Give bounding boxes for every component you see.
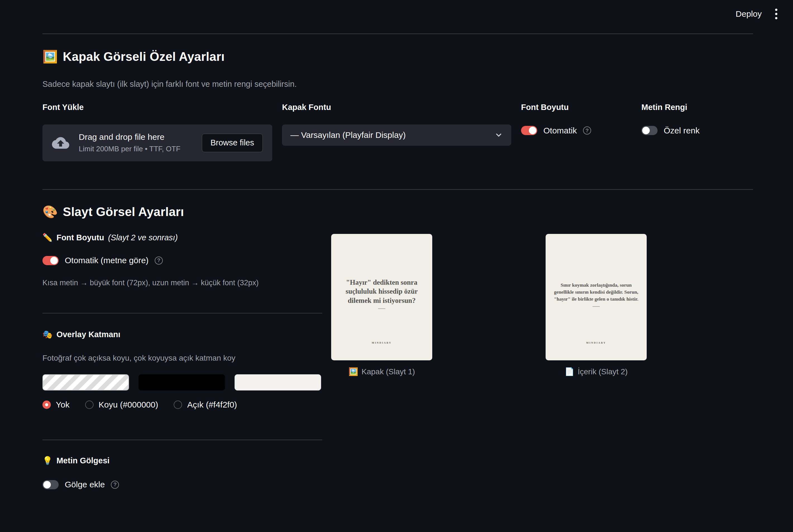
overlay-title: 🎭 Overlay Katmanı (42, 330, 322, 339)
auto-font-toggle-label: Otomatik (metne göre) (65, 256, 149, 265)
slide-font-size-label-italic: (Slayt 2 ve sonrası) (108, 233, 178, 242)
overlay-subtitle: Fotoğraf çok açıksa koyu, çok koyuysa aç… (42, 354, 322, 363)
slide-preview-2: Sınır koymak zorlaştığında, sorun genell… (546, 234, 647, 376)
auto-font-caption: Kısa metin → büyük font (72px), uzun met… (42, 279, 322, 287)
slide-text-divider (378, 308, 385, 309)
slide-card-text: Sınır koymak zorlaştığında, sorun genell… (546, 282, 647, 307)
kebab-menu-icon[interactable] (772, 6, 780, 22)
kapak-fontu-label: Kapak Fontu (282, 103, 511, 112)
help-icon[interactable]: ? (111, 481, 119, 489)
slide-brand: MINDIARY (331, 341, 432, 344)
slide-previews: "Hayır" dedikten sonra suçlululuk hissed… (331, 234, 647, 376)
slayt-settings-row: ✏️ Font Boyutu (Slayt 2 ve sonrası) Otom… (42, 233, 753, 489)
slide-font-size-label-bold: Font Boyutu (56, 233, 104, 242)
app-page: Deploy 🖼️ Kapak Görseli Özel Ayarları Sa… (0, 0, 793, 532)
section-slayt-title-text: Slayt Görsel Ayarları (63, 205, 184, 219)
radio-selected-icon[interactable] (42, 401, 51, 409)
top-toolbar: Deploy (0, 0, 793, 28)
shadow-toggle-row: Gölge ekle ? (42, 480, 322, 489)
dropzone-texts: Drag and drop file here Limit 200MB per … (79, 132, 181, 153)
slide-text-divider (592, 306, 600, 307)
font-upload-label: Font Yükle (42, 103, 272, 112)
font-boyutu-column: Font Boyutu Otomatik ? (521, 103, 631, 135)
auto-font-toggle[interactable] (42, 256, 59, 265)
shadow-toggle[interactable] (42, 480, 59, 489)
help-icon[interactable]: ? (155, 256, 163, 265)
slide-card-content: Sınır koymak zorlaştığında, sorun genell… (546, 234, 647, 360)
slide-text: "Hayır" dedikten sonra suçlululuk hissed… (346, 279, 418, 304)
font-upload-dropzone[interactable]: Drag and drop file here Limit 200MB per … (42, 125, 272, 162)
font-boyutu-label: Font Boyutu (521, 103, 631, 112)
section-kapak-title: 🖼️ Kapak Görseli Özel Ayarları (42, 50, 753, 64)
dropzone-title: Drag and drop file here (79, 132, 181, 142)
slide-card-cover: "Hayır" dedikten sonra suçlululuk hissed… (331, 234, 432, 360)
shadow-toggle-label: Gölge ekle (65, 480, 105, 489)
font-boyutu-toggle-label: Otomatik (543, 126, 577, 135)
overlay-title-text: Overlay Katmanı (56, 330, 120, 339)
slide-caption-text: İçerik (Slayt 2) (578, 367, 628, 376)
slide-brand: MINDIARY (546, 341, 647, 344)
left-divider-1 (42, 313, 322, 314)
left-divider-2 (42, 440, 322, 440)
radio-option-yok[interactable]: Yok (42, 400, 70, 410)
metin-rengi-label: Metin Rengi (641, 103, 753, 112)
overlay-swatches (42, 374, 322, 391)
overlay-swatch-light (234, 374, 321, 391)
main-content: 🖼️ Kapak Görseli Özel Ayarları Sadece ka… (42, 34, 753, 489)
kapak-fontu-column: Kapak Fontu — Varsayılan (Playfair Displ… (282, 103, 511, 146)
slide-preview-1: "Hayır" dedikten sonra suçlululuk hissed… (331, 234, 432, 376)
kapak-fontu-select[interactable]: — Varsayılan (Playfair Display) (282, 125, 511, 146)
metin-rengi-toggle[interactable] (641, 126, 658, 135)
slide-card-text: "Hayır" dedikten sonra suçlululuk hissed… (331, 278, 432, 309)
font-boyutu-toggle[interactable] (521, 126, 537, 135)
cloud-upload-icon (52, 134, 69, 152)
overlay-radio-group: Yok Koyu (#000000) Açık (#f4f2f0) (42, 400, 322, 410)
framed-picture-icon: 🖼️ (42, 50, 58, 64)
section-kapak-title-text: Kapak Görseli Özel Ayarları (63, 50, 225, 64)
section-divider (42, 189, 753, 190)
slayt-settings-column: ✏️ Font Boyutu (Slayt 2 ve sonrası) Otom… (42, 233, 322, 489)
pencil-icon: ✏️ (42, 233, 53, 242)
chevron-down-icon (494, 131, 503, 139)
metin-rengi-column: Metin Rengi Özel renk (641, 103, 753, 135)
palette-icon: 🎨 (42, 205, 58, 219)
metin-rengi-toggle-row: Özel renk (641, 126, 753, 135)
slide-text: Sınır koymak zorlaştığında, sorun genell… (554, 282, 638, 302)
document-icon: 📄 (565, 367, 574, 376)
kapak-fontu-selected-value: — Varsayılan (Playfair Display) (290, 130, 406, 140)
radio-label: Koyu (#000000) (98, 400, 158, 410)
slide-caption-1: 🖼️ Kapak (Slayt 1) (331, 367, 432, 376)
framed-picture-icon: 🖼️ (348, 367, 358, 376)
text-shadow-title-text: Metin Gölgesi (56, 456, 110, 465)
lightbulb-icon: 💡 (42, 456, 53, 465)
radio-unselected-icon[interactable] (174, 401, 182, 409)
radio-option-koyu[interactable]: Koyu (#000000) (85, 400, 158, 410)
slide-caption-2: 📄 İçerik (Slayt 2) (546, 367, 647, 376)
overlay-swatch-dark (138, 374, 225, 391)
radio-unselected-icon[interactable] (85, 401, 94, 409)
kapak-widgets-row: Font Yükle Drag and drop file here Limit… (42, 103, 753, 162)
dropzone-limit: Limit 200MB per file • TTF, OTF (79, 145, 181, 153)
font-upload-column: Font Yükle Drag and drop file here Limit… (42, 103, 272, 162)
section-slayt-gorsel: 🎨 Slayt Görsel Ayarları ✏️ Font Boyutu (… (42, 205, 753, 490)
help-icon[interactable]: ? (583, 127, 591, 135)
auto-font-toggle-row: Otomatik (metne göre) ? (42, 256, 322, 265)
overlay-swatch-none (42, 374, 129, 391)
browse-files-button[interactable]: Browse files (202, 134, 263, 152)
slide-font-size-label: ✏️ Font Boyutu (Slayt 2 ve sonrası) (42, 233, 322, 242)
metin-rengi-toggle-label: Özel renk (664, 126, 699, 135)
section-slayt-title: 🎨 Slayt Görsel Ayarları (42, 205, 753, 219)
section-kapak-gorseli: 🖼️ Kapak Görseli Özel Ayarları Sadece ka… (42, 50, 753, 190)
masks-icon: 🎭 (42, 330, 53, 339)
section-kapak-subtitle: Sadece kapak slaytı (ilk slayt) için far… (42, 79, 753, 89)
text-shadow-title: 💡 Metin Gölgesi (42, 456, 322, 465)
top-divider (42, 34, 753, 34)
radio-label: Yok (56, 400, 70, 410)
radio-label: Açık (#f4f2f0) (187, 400, 237, 410)
font-boyutu-toggle-row: Otomatik ? (521, 126, 631, 135)
radio-option-acik[interactable]: Açık (#f4f2f0) (174, 400, 237, 410)
slide-caption-text: Kapak (Slayt 1) (362, 367, 415, 376)
deploy-button[interactable]: Deploy (736, 9, 762, 19)
